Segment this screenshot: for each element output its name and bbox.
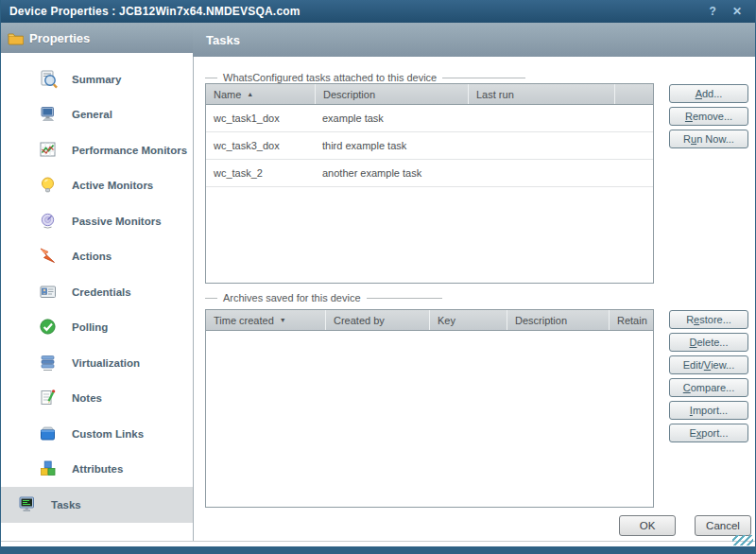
column-header-name[interactable]: Name ▲ — [206, 84, 315, 104]
sidebar-item-label: Active Monitors — [72, 180, 153, 191]
resize-grip[interactable] — [732, 535, 753, 545]
column-header-blank[interactable] — [614, 84, 653, 104]
compare-button[interactable]: Compare... — [669, 378, 748, 397]
properties-header-label: Properties — [29, 31, 90, 45]
sidebar-item-tasks[interactable]: Tasks — [1, 487, 193, 523]
archives-table: Time created ▼ Created by Key Descriptio… — [205, 309, 654, 508]
edit-view-button[interactable]: Edit/View... — [669, 355, 748, 374]
sidebar-item-label: Attributes — [72, 463, 123, 475]
active-monitors-icon — [39, 176, 58, 195]
tasks-table: Name ▲ Description Last run wc_task1_dox — [205, 83, 654, 284]
archives-buttons: Restore... Delete... Edit/View... Compar… — [669, 310, 748, 442]
sidebar-item-general[interactable]: General — [1, 97, 193, 133]
panel-body: WhatsConfigured tasks attached to this d… — [193, 57, 755, 541]
legend-line — [367, 298, 442, 299]
sidebar-item-label: Notes — [72, 392, 102, 404]
custom-links-icon — [39, 424, 58, 443]
sort-asc-icon: ▲ — [247, 91, 253, 97]
sidebar-item-passive-monitors[interactable]: Passive Monitors — [1, 203, 193, 239]
remove-button[interactable]: Remove... — [669, 107, 748, 126]
column-header-created-by[interactable]: Created by — [325, 310, 429, 330]
task-name-cell: wc_task1_dox — [206, 105, 315, 131]
cancel-button[interactable]: Cancel — [695, 515, 751, 536]
task-last-run-cell — [468, 160, 614, 186]
sidebar-item-label: Tasks — [51, 499, 81, 511]
footer-divider — [0, 541, 756, 542]
actions-icon — [39, 247, 58, 266]
notes-icon — [39, 389, 58, 407]
sidebar-item-label: Virtualization — [72, 357, 140, 369]
ok-button[interactable]: OK — [619, 515, 676, 536]
add-button[interactable]: Add... — [669, 84, 748, 103]
sidebar-item-attributes[interactable]: Attributes — [1, 452, 193, 488]
credentials-icon — [39, 283, 58, 302]
sidebar-item-label: Polling — [72, 321, 108, 333]
general-icon — [39, 105, 58, 124]
sidebar-item-label: Actions — [72, 251, 112, 262]
task-row[interactable]: wc_task_2 another example task — [206, 160, 653, 187]
passive-monitors-icon — [39, 212, 58, 231]
folder-icon — [8, 31, 24, 45]
device-properties-dialog: Device Properties : JCB12Win7x64.NMDEVSQ… — [0, 0, 756, 554]
sidebar: Summary General Performance Monitors — [1, 53, 193, 541]
task-row[interactable]: wc_task1_dox example task — [206, 105, 653, 132]
legend-line — [442, 78, 525, 78]
restore-button[interactable]: Restore... — [669, 310, 748, 329]
virtualization-icon — [39, 354, 58, 372]
sidebar-item-label: General — [72, 109, 112, 120]
tasks-icon — [18, 495, 37, 514]
window-border-bottom — [0, 546, 756, 554]
polling-icon — [39, 318, 58, 337]
export-button[interactable]: Export... — [669, 424, 748, 442]
tasks-panel: Tasks WhatsConfigured tasks attached to … — [193, 23, 755, 541]
archives-group-legend: Archives saved for this device — [205, 292, 442, 303]
column-header-description[interactable]: Description — [507, 310, 609, 330]
window-border-left — [0, 0, 1, 554]
task-last-run-cell — [468, 132, 614, 159]
sidebar-item-actions[interactable]: Actions — [1, 239, 193, 275]
sidebar-item-summary[interactable]: Summary — [1, 61, 193, 97]
sidebar-item-label: Summary — [72, 74, 121, 85]
task-name-cell: wc_task3_dox — [206, 132, 315, 159]
sidebar-item-performance-monitors[interactable]: Performance Monitors — [1, 132, 193, 168]
sidebar-item-virtualization[interactable]: Virtualization — [1, 345, 193, 381]
legend-line — [205, 298, 217, 299]
delete-button[interactable]: Delete... — [669, 333, 748, 352]
sidebar-item-active-monitors[interactable]: Active Monitors — [1, 168, 193, 204]
column-header-retain[interactable]: Retain — [609, 310, 653, 330]
tasks-group-legend-text: WhatsConfigured tasks attached to this d… — [223, 72, 437, 83]
column-header-key[interactable]: Key — [429, 310, 507, 330]
window-title: Device Properties : JCB12Win7x64.NMDEVSQ… — [0, 5, 301, 18]
column-header-description[interactable]: Description — [315, 84, 468, 104]
column-header-time-created[interactable]: Time created ▼ — [206, 310, 325, 330]
task-description-cell: example task — [315, 105, 468, 131]
legend-line — [205, 78, 217, 78]
sidebar-item-credentials[interactable]: Credentials — [1, 274, 193, 310]
tasks-buttons: Add... Remove... Run Now... — [669, 84, 748, 148]
help-button[interactable]: ? — [710, 6, 716, 17]
title-bar[interactable]: Device Properties : JCB12Win7x64.NMDEVSQ… — [0, 0, 756, 23]
sidebar-item-label: Credentials — [72, 286, 131, 298]
sidebar-item-label: Performance Monitors — [72, 145, 187, 156]
panel-header: Tasks — [193, 23, 755, 57]
title-bar-buttons: ? ✕ — [710, 6, 756, 17]
task-row[interactable]: wc_task3_dox third example task — [206, 132, 653, 160]
tasks-group-legend: WhatsConfigured tasks attached to this d… — [205, 72, 525, 83]
summary-icon — [39, 70, 58, 89]
sidebar-item-label: Passive Monitors — [72, 216, 162, 227]
performance-monitors-icon — [39, 141, 58, 160]
sidebar-item-label: Custom Links — [72, 428, 144, 440]
sidebar-item-notes[interactable]: Notes — [1, 381, 193, 417]
sidebar-item-polling[interactable]: Polling — [1, 310, 193, 346]
column-header-last-run[interactable]: Last run — [468, 84, 614, 104]
archives-table-header: Time created ▼ Created by Key Descriptio… — [206, 310, 653, 331]
attributes-icon — [39, 459, 58, 478]
sidebar-item-custom-links[interactable]: Custom Links — [1, 416, 193, 452]
run-now-button[interactable]: Run Now... — [669, 130, 748, 148]
task-name-cell: wc_task_2 — [206, 160, 315, 186]
import-button[interactable]: Import... — [669, 401, 748, 420]
task-description-cell: another example task — [315, 160, 468, 186]
task-last-run-cell — [468, 105, 614, 131]
tasks-table-header: Name ▲ Description Last run — [206, 84, 653, 105]
close-button[interactable]: ✕ — [732, 6, 742, 17]
